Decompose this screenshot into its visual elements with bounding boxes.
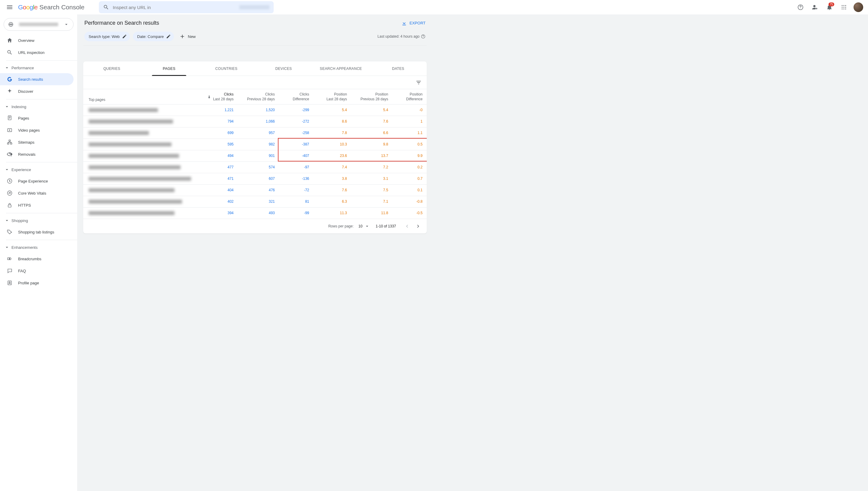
help-icon[interactable] xyxy=(421,34,425,39)
table-row[interactable]: 7941,066-2728.67.61 xyxy=(83,116,427,127)
cell-pos-diff: -0.5 xyxy=(392,207,427,219)
sidebar-item-profile-page[interactable]: Profile page xyxy=(0,277,74,289)
table-row[interactable]: 471607-1363.83.10.7 xyxy=(83,173,427,184)
sidebar-section-performance[interactable]: Performance xyxy=(0,62,77,73)
table-row[interactable]: 404476-727.67.50.1 xyxy=(83,184,427,196)
svg-rect-14 xyxy=(7,143,9,144)
sidebar-item-removals[interactable]: Removals xyxy=(0,148,74,160)
sidebar-item-url-inspection[interactable]: URL inspection xyxy=(0,47,74,58)
sidebar-item-pages[interactable]: Pages xyxy=(0,112,74,124)
filter-icon[interactable] xyxy=(415,79,422,86)
cell-pos-prev: 6.6 xyxy=(351,127,392,139)
cell-pos-current: 7.8 xyxy=(313,127,351,139)
next-page-button[interactable] xyxy=(414,222,423,231)
cell-clicks-prev: 982 xyxy=(238,139,279,150)
sidebar-section-enhancements[interactable]: Enhancements xyxy=(0,242,77,253)
sidebar-item-faq[interactable]: FAQ xyxy=(0,265,74,277)
notification-badge: 75 xyxy=(829,2,834,6)
table-row[interactable]: 699957-2587.86.61.1 xyxy=(83,127,427,139)
cell-pos-diff: 1.1 xyxy=(392,127,427,139)
redacted-url xyxy=(89,211,174,215)
redacted-url xyxy=(89,143,171,146)
tab-devices[interactable]: DEVICES xyxy=(255,61,312,76)
cell-clicks-prev: 957 xyxy=(238,127,279,139)
tab-queries[interactable]: QUERIES xyxy=(83,61,140,76)
cell-clicks-current: 477 xyxy=(196,162,238,173)
tab-countries[interactable]: COUNTRIES xyxy=(198,61,255,76)
cell-pos-prev: 11.8 xyxy=(351,207,392,219)
svg-point-6 xyxy=(844,7,844,8)
sidebar-item-core-web-vitals[interactable]: Core Web Vitals xyxy=(0,187,74,199)
tab-search-appearance[interactable]: SEARCH APPEARANCE xyxy=(312,61,369,76)
cell-pos-prev: 7.5 xyxy=(351,184,392,196)
cell-pos-current: 7.6 xyxy=(313,184,351,196)
sidebar-item-overview[interactable]: Overview xyxy=(0,34,74,47)
rows-per-page-value[interactable]: 10 xyxy=(358,224,362,228)
sidebar-section-experience[interactable]: Experience xyxy=(0,164,77,175)
table-row[interactable]: 494901-40723.613.79.9 xyxy=(83,150,427,162)
help-icon[interactable] xyxy=(794,1,807,13)
column-header[interactable]: ClicksPrevious 28 days xyxy=(238,89,279,104)
cell-clicks-prev: 493 xyxy=(238,207,279,219)
redacted-url xyxy=(89,108,158,112)
sidebar-section-shopping[interactable]: Shopping xyxy=(0,215,77,226)
tab-dates[interactable]: DATES xyxy=(369,61,427,76)
notifications-icon[interactable]: 75 xyxy=(823,1,836,13)
sidebar-item-label: Removals xyxy=(18,152,35,156)
sidebar-item-page-experience[interactable]: Page Experience xyxy=(0,175,74,187)
sidebar-item-https[interactable]: HTTPS xyxy=(0,199,74,211)
table-row[interactable]: 595982-38710.39.80.5 xyxy=(83,139,427,150)
column-header[interactable]: PositionDifference xyxy=(392,89,427,104)
sidebar-section-indexing[interactable]: Indexing xyxy=(0,101,77,112)
sidebar-item-breadcrumbs[interactable]: Breadcrumbs xyxy=(0,253,74,265)
cell-clicks-diff: -272 xyxy=(279,116,313,127)
table-row[interactable]: 1,2211,520-2995.45.4-0 xyxy=(83,104,427,116)
cell-pos-diff: -0 xyxy=(392,104,427,116)
product-logo[interactable]: Google Search Console xyxy=(18,4,84,11)
cell-pos-prev: 7.2 xyxy=(351,162,392,173)
table-row[interactable]: 402321816.37.1-0.8 xyxy=(83,196,427,207)
sidebar-item-search-results[interactable]: Search results xyxy=(0,73,74,85)
chevron-down-icon xyxy=(4,104,10,109)
cell-clicks-diff: 81 xyxy=(279,196,313,207)
account-avatar[interactable] xyxy=(853,2,863,12)
filter-chip-search-type[interactable]: Search type: Web xyxy=(84,32,130,41)
tab-pages[interactable]: PAGES xyxy=(140,61,198,76)
pagination: Rows per page: 10 1-10 of 1337 xyxy=(83,219,427,233)
sidebar-item-shopping-tab[interactable]: Shopping tab listings xyxy=(0,226,74,238)
cell-clicks-diff: -299 xyxy=(279,104,313,116)
add-filter-button[interactable]: New xyxy=(177,33,198,39)
sidebar-item-label: Overview xyxy=(18,38,34,43)
redacted-url xyxy=(89,188,174,192)
export-button[interactable]: EXPORT xyxy=(401,20,425,26)
sidebar-item-video-pages[interactable]: Video pages xyxy=(0,124,74,136)
url-inspect-input[interactable] xyxy=(113,5,236,10)
column-header-top-pages[interactable]: Top pages xyxy=(83,89,196,104)
sidebar-item-discover[interactable]: Discover xyxy=(0,85,74,97)
sidebar-item-sitemaps[interactable]: Sitemaps xyxy=(0,136,74,148)
cell-clicks-prev: 321 xyxy=(238,196,279,207)
redacted-url xyxy=(89,154,179,158)
data-table: Top pagesClicksLast 28 daysClicksPreviou… xyxy=(83,89,427,219)
header-actions: 75 xyxy=(794,1,863,13)
chevron-down-icon[interactable] xyxy=(364,224,370,229)
prev-page-button[interactable] xyxy=(402,222,412,231)
url-inspect-search[interactable] xyxy=(99,1,274,13)
column-header[interactable]: PositionLast 28 days xyxy=(313,89,351,104)
manage-users-icon[interactable] xyxy=(809,1,821,13)
table-row[interactable]: 394493-9911.311.8-0.5 xyxy=(83,207,427,219)
cell-pos-current: 5.4 xyxy=(313,104,351,116)
filter-chip-date[interactable]: Date: Compare xyxy=(133,32,174,41)
apps-grid-icon[interactable] xyxy=(838,1,850,13)
sidebar-item-label: Page Experience xyxy=(18,179,48,183)
table-row[interactable]: 477574-977.47.20.2 xyxy=(83,162,427,173)
cell-clicks-diff: -387 xyxy=(279,139,313,150)
sort-desc-icon xyxy=(207,95,211,99)
svg-rect-15 xyxy=(10,143,12,144)
property-selector[interactable] xyxy=(4,18,74,31)
download-icon xyxy=(401,20,407,26)
column-header[interactable]: PositionPrevious 28 days xyxy=(351,89,392,104)
hamburger-menu-icon[interactable] xyxy=(4,1,16,13)
column-header[interactable]: ClicksDifference xyxy=(279,89,313,104)
column-header[interactable]: ClicksLast 28 days xyxy=(196,89,238,104)
